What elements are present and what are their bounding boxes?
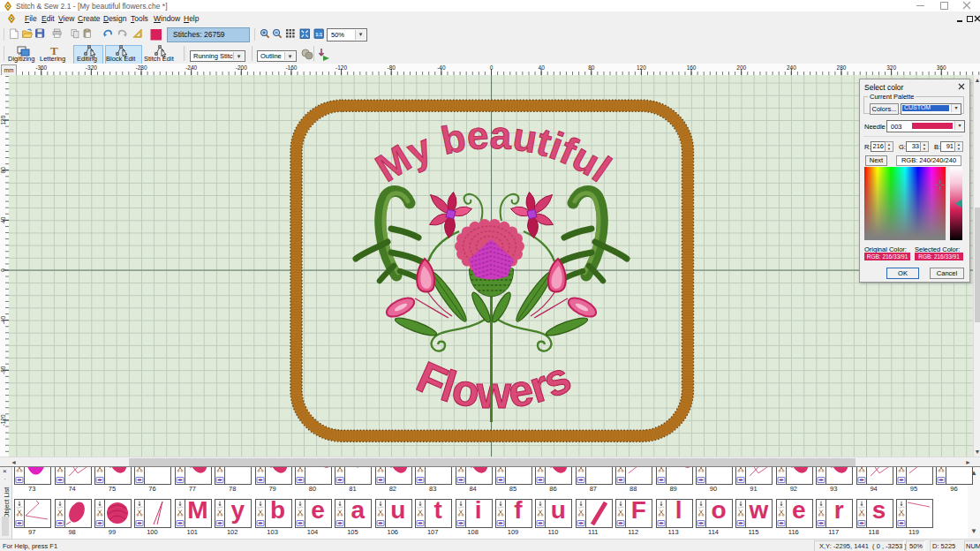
svg-text:-240: -240: [185, 64, 197, 71]
svg-text:-120: -120: [335, 64, 347, 71]
svg-text:160: 160: [687, 64, 697, 71]
svg-text:-320: -320: [86, 64, 97, 71]
svg-text:0: 0: [0, 268, 6, 272]
svg-text:My beautiful: My beautiful: [368, 113, 619, 190]
svg-text:120: 120: [0, 115, 6, 125]
svg-text:240: 240: [787, 64, 796, 71]
svg-text:-160: -160: [285, 64, 297, 71]
svg-text:-360: -360: [35, 64, 47, 71]
svg-text:80: 80: [588, 64, 595, 71]
svg-text:-280: -280: [136, 64, 147, 71]
svg-text:360: 360: [937, 64, 946, 71]
svg-text:-80: -80: [0, 366, 6, 374]
svg-text:40: 40: [0, 216, 6, 223]
svg-text:200: 200: [736, 64, 746, 71]
svg-text:-80: -80: [388, 64, 396, 71]
svg-text:1:1: 1:1: [315, 32, 322, 37]
svg-text:-40: -40: [437, 64, 446, 71]
svg-text:120: 120: [637, 64, 646, 71]
svg-text:-200: -200: [236, 64, 247, 71]
svg-text:320: 320: [886, 64, 896, 71]
svg-text:280: 280: [837, 64, 847, 71]
svg-text:80: 80: [0, 167, 6, 174]
svg-text:0: 0: [490, 64, 494, 71]
svg-text:Flowers: Flowers: [410, 352, 578, 419]
svg-text:-40: -40: [0, 316, 6, 325]
svg-text:40: 40: [539, 64, 546, 71]
svg-text:-120: -120: [0, 414, 6, 426]
